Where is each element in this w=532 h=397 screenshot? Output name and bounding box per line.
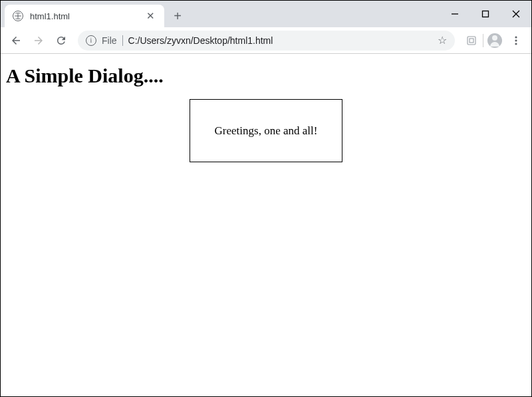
toolbar-right-icons — [462, 31, 526, 51]
svg-rect-1 — [483, 11, 489, 17]
address-bar[interactable]: i File C:/Users/zyvxn/Desktop/html1.html… — [78, 31, 455, 51]
svg-point-6 — [515, 36, 517, 38]
reader-mode-icon[interactable] — [462, 31, 481, 51]
browser-toolbar: i File C:/Users/zyvxn/Desktop/html1.html… — [1, 27, 531, 54]
back-button[interactable] — [6, 31, 26, 51]
dialog-box: Greetings, one and all! — [190, 99, 342, 162]
svg-rect-4 — [467, 37, 475, 45]
svg-point-8 — [515, 43, 517, 45]
url-text: C:/Users/zyvxn/Desktop/html1.html — [128, 35, 432, 46]
menu-button[interactable] — [506, 31, 526, 51]
page-content: A Simple Dialog.... Greetings, one and a… — [1, 54, 531, 396]
svg-point-7 — [515, 39, 517, 41]
forward-button[interactable] — [29, 31, 49, 51]
new-tab-button[interactable]: + — [168, 5, 187, 27]
profile-button[interactable] — [485, 31, 505, 51]
tab-title: html1.html — [30, 11, 144, 21]
toolbar-divider — [483, 34, 483, 47]
svg-rect-5 — [469, 39, 473, 43]
browser-tab[interactable]: html1.html ✕ — [5, 5, 164, 27]
bookmark-star-icon[interactable]: ☆ — [438, 34, 447, 47]
page-heading: A Simple Dialog.... — [6, 65, 526, 87]
maximize-button[interactable] — [470, 5, 501, 23]
browser-titlebar: html1.html ✕ + — [1, 1, 531, 27]
globe-icon — [13, 11, 23, 21]
url-scheme-label: File — [102, 35, 123, 46]
minimize-button[interactable] — [440, 5, 470, 23]
close-tab-icon[interactable]: ✕ — [144, 9, 158, 23]
dialog-text: Greetings, one and all! — [215, 124, 318, 138]
window-controls — [440, 1, 531, 27]
avatar-icon — [487, 33, 502, 48]
reload-button[interactable] — [51, 31, 71, 51]
info-icon[interactable]: i — [86, 35, 96, 46]
close-window-button[interactable] — [501, 5, 531, 23]
